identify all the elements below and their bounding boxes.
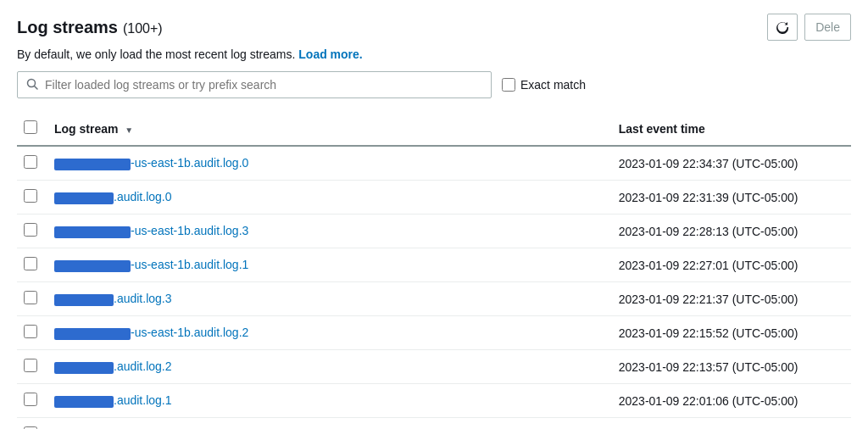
col-stream-header: Log stream ▼	[44, 112, 609, 146]
row-checkbox[interactable]	[24, 223, 37, 237]
time-cell: 2021-04-14 02:01:43 (UTC-05:00)	[609, 418, 851, 430]
redacted-prefix	[54, 260, 131, 272]
sort-icon: ▼	[125, 125, 133, 135]
refresh-button[interactable]	[767, 14, 798, 41]
stream-link[interactable]: -us-east-1b.audit.log.1	[54, 258, 248, 271]
select-all-th	[17, 112, 44, 146]
exact-match-area: Exact match	[502, 78, 586, 92]
time-cell: 2023-01-09 22:34:37 (UTC-05:00)	[609, 146, 851, 181]
stream-cell: .audit.log.3.2021-04-14-07-00.1.2	[44, 418, 609, 430]
time-cell: 2023-01-09 22:15:52 (UTC-05:00)	[609, 316, 851, 350]
table-row: .audit.log.22023-01-09 22:13:57 (UTC-05:…	[17, 350, 851, 384]
page-header: Log streams (100+) Dele	[17, 14, 851, 41]
stream-link[interactable]: -us-east-1b.audit.log.0	[54, 156, 248, 170]
subtitle: By default, we only load the most recent…	[17, 47, 851, 61]
header-buttons: Dele	[767, 14, 851, 41]
search-box-container	[17, 71, 492, 98]
stream-link[interactable]: .audit.log.1	[54, 393, 172, 407]
row-checkbox[interactable]	[24, 189, 37, 203]
stream-link[interactable]: .audit.log.3	[54, 292, 172, 305]
row-checkbox[interactable]	[24, 291, 37, 304]
table-row: -us-east-1b.audit.log.02023-01-09 22:34:…	[17, 146, 851, 181]
row-checkbox[interactable]	[24, 393, 37, 406]
row-checkbox[interactable]	[24, 155, 37, 169]
subtitle-text: By default, we only load the most recent…	[17, 47, 295, 61]
time-cell: 2023-01-09 22:27:01 (UTC-05:00)	[609, 248, 851, 282]
col-stream-label: Log stream	[54, 122, 118, 136]
svg-line-1	[35, 86, 38, 89]
title-area: Log streams (100+)	[17, 18, 163, 37]
row-checkbox-cell	[17, 248, 44, 282]
row-checkbox[interactable]	[24, 257, 37, 270]
row-checkbox-cell	[17, 214, 44, 248]
row-checkbox-cell	[17, 146, 44, 181]
time-cell: 2023-01-09 22:01:06 (UTC-05:00)	[609, 384, 851, 418]
stream-cell: -us-east-1b.audit.log.0	[44, 146, 609, 181]
stream-cell: -us-east-1b.audit.log.3	[44, 214, 609, 248]
log-streams-table: Log stream ▼ Last event time -us-east-1b…	[17, 112, 851, 429]
table-row: .audit.log.32023-01-09 22:21:37 (UTC-05:…	[17, 282, 851, 316]
redacted-prefix	[54, 192, 114, 204]
redacted-prefix	[54, 159, 131, 170]
stream-cell: .audit.log.2	[44, 350, 609, 384]
select-all-checkbox[interactable]	[24, 120, 37, 134]
stream-cell: .audit.log.3	[44, 282, 609, 316]
table-row: -us-east-1b.audit.log.22023-01-09 22:15:…	[17, 316, 851, 350]
stream-cell: .audit.log.0	[44, 181, 609, 214]
page-title: Log streams	[17, 18, 118, 37]
table-row: .audit.log.02023-01-09 22:31:39 (UTC-05:…	[17, 181, 851, 214]
row-checkbox-cell	[17, 181, 44, 214]
table-body: -us-east-1b.audit.log.02023-01-09 22:34:…	[17, 146, 851, 429]
redacted-prefix	[54, 396, 114, 408]
search-icon	[26, 78, 38, 92]
load-more-link[interactable]: Load more.	[298, 47, 362, 61]
time-cell: 2023-01-09 22:31:39 (UTC-05:00)	[609, 181, 851, 214]
stream-cell: -us-east-1b.audit.log.1	[44, 248, 609, 282]
table-row: .audit.log.12023-01-09 22:01:06 (UTC-05:…	[17, 384, 851, 418]
exact-match-checkbox[interactable]	[502, 78, 515, 92]
refresh-icon	[776, 20, 789, 34]
table-header-row: Log stream ▼ Last event time	[17, 112, 851, 146]
table-row: -us-east-1b.audit.log.12023-01-09 22:27:…	[17, 248, 851, 282]
row-checkbox-cell	[17, 384, 44, 418]
time-cell: 2023-01-09 22:28:13 (UTC-05:00)	[609, 214, 851, 248]
row-checkbox-cell	[17, 282, 44, 316]
search-input[interactable]	[45, 78, 482, 92]
row-checkbox[interactable]	[24, 325, 37, 338]
stream-link[interactable]: .audit.log.0	[54, 190, 172, 203]
stream-cell: -us-east-1b.audit.log.2	[44, 316, 609, 350]
col-time-label: Last event time	[619, 122, 705, 136]
time-cell: 2023-01-09 22:21:37 (UTC-05:00)	[609, 282, 851, 316]
stream-link[interactable]: -us-east-1b.audit.log.3	[54, 224, 248, 237]
table-row: .audit.log.3.2021-04-14-07-00.1.22021-04…	[17, 418, 851, 430]
redacted-prefix	[54, 294, 114, 306]
search-row: Exact match	[17, 71, 851, 98]
col-time-header: Last event time	[609, 112, 851, 146]
row-checkbox-cell	[17, 418, 44, 430]
count-badge: (100+)	[123, 21, 163, 36]
stream-link[interactable]: .audit.log.2	[54, 359, 172, 373]
redacted-prefix	[54, 226, 131, 238]
exact-match-label[interactable]: Exact match	[520, 78, 586, 92]
table-row: -us-east-1b.audit.log.32023-01-09 22:28:…	[17, 214, 851, 248]
stream-link[interactable]: -us-east-1b.audit.log.2	[54, 326, 248, 339]
time-cell: 2023-01-09 22:13:57 (UTC-05:00)	[609, 350, 851, 384]
stream-cell: .audit.log.1	[44, 384, 609, 418]
redacted-prefix	[54, 328, 131, 340]
redacted-prefix	[54, 362, 114, 374]
row-checkbox-cell	[17, 350, 44, 384]
row-checkbox-cell	[17, 316, 44, 350]
delete-button[interactable]: Dele	[804, 14, 851, 41]
row-checkbox[interactable]	[24, 359, 37, 372]
